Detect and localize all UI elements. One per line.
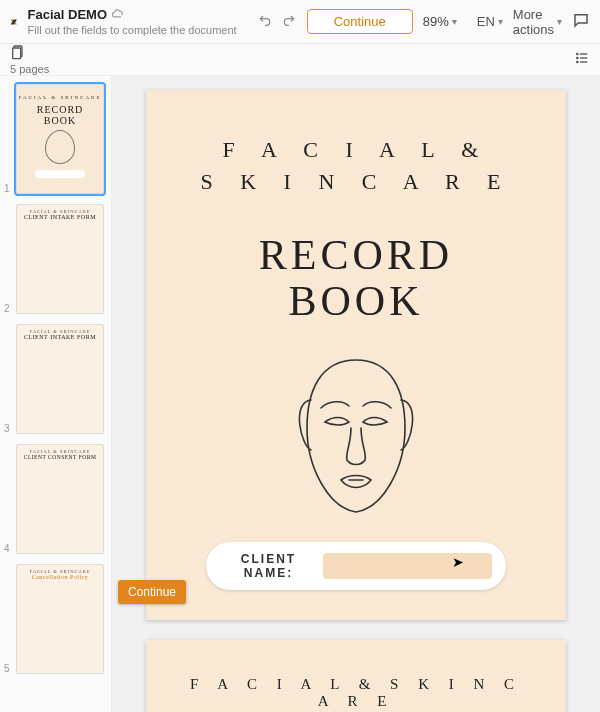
sub-header: 5 pages — [0, 44, 600, 76]
thumbnail-page-2[interactable]: FACIAL & SKINCARE CLIENT INTAKE FORM 2 — [6, 204, 105, 314]
thumb-title: RECORDBOOK — [37, 104, 84, 126]
language-value: EN — [477, 14, 495, 29]
continue-button[interactable]: Continue — [307, 9, 413, 34]
canvas[interactable]: Continue F A C I A L & S K I N C A R E R… — [112, 76, 600, 712]
page2-brand: F A C I A L & S K I N C A R E — [176, 676, 536, 710]
svg-point-8 — [577, 61, 578, 62]
thumb-title: CLIENT INTAKE FORM — [24, 214, 96, 220]
thumb-title: Cancellation Policy — [32, 574, 89, 580]
thumb-name-slot — [35, 170, 85, 178]
more-actions-label: More actions — [513, 7, 554, 37]
main-area: FACIAL & SKINCARE RECORDBOOK 1 FACIAL & … — [0, 76, 600, 712]
client-name-input[interactable] — [323, 553, 492, 579]
thumb-number: 3 — [4, 423, 10, 434]
thumb-number: 4 — [4, 543, 10, 554]
title-line1: RECORD — [259, 232, 453, 278]
document-page-1: F A C I A L & S K I N C A R E RECORD BOO… — [146, 90, 566, 620]
more-actions-dropdown[interactable]: More actions ▾ — [513, 7, 562, 37]
doc-title-block: Facial DEMO Fill out the fields to compl… — [28, 7, 237, 36]
thumbnail-page-5[interactable]: FACIAL & SKINCARE Cancellation Policy 5 — [6, 564, 105, 674]
history-controls — [257, 12, 297, 31]
language-dropdown[interactable]: EN ▾ — [477, 14, 503, 29]
pages-panel-icon[interactable] — [10, 44, 26, 62]
zoom-value: 89% — [423, 14, 449, 29]
doc-title: Facial DEMO — [28, 8, 107, 22]
title-line2: BOOK — [288, 278, 423, 324]
undo-button[interactable] — [257, 12, 273, 31]
chevron-down-icon: ▾ — [498, 16, 503, 27]
thumb-brand: FACIAL & SKINCARE — [19, 95, 102, 100]
outline-panel-icon[interactable] — [574, 50, 590, 69]
brand-line1: F A C I A L & — [223, 137, 490, 162]
brand-line2: S K I N C A R E — [200, 169, 511, 194]
top-header: Facial DEMO Fill out the fields to compl… — [0, 0, 600, 44]
chevron-down-icon: ▾ — [452, 16, 457, 27]
document-page-2: F A C I A L & S K I N C A R E CLIENT INT… — [146, 640, 566, 712]
chat-icon[interactable] — [572, 11, 590, 32]
thumbnail-sidebar[interactable]: FACIAL & SKINCARE RECORDBOOK 1 FACIAL & … — [0, 76, 112, 712]
floating-continue-button[interactable]: Continue — [118, 580, 186, 604]
cover-brand: F A C I A L & S K I N C A R E — [172, 134, 540, 198]
thumbnail-page-1[interactable]: FACIAL & SKINCARE RECORDBOOK 1 — [6, 84, 105, 194]
svg-rect-3 — [13, 48, 21, 59]
thumbnail-page-3[interactable]: FACIAL & SKINCARE CLIENT INTAKE FORM 3 — [6, 324, 105, 434]
thumb-face-illustration — [45, 130, 75, 164]
redo-button[interactable] — [281, 12, 297, 31]
chevron-down-icon: ▾ — [557, 16, 562, 27]
thumbnail-page-4[interactable]: FACIAL & SKINCARE CLIENT CONSENT FORM 4 — [6, 444, 105, 554]
thumb-number: 5 — [4, 663, 10, 674]
doc-subtitle: Fill out the fields to complete the docu… — [28, 24, 237, 36]
thumb-number: 1 — [4, 183, 10, 194]
client-name-row: CLIENT NAME: — [206, 542, 506, 590]
pages-count-label: 5 pages — [10, 64, 49, 75]
zoom-dropdown[interactable]: 89% ▾ — [423, 14, 457, 29]
cover-title: RECORD BOOK — [172, 232, 540, 324]
client-name-label: CLIENT NAME: — [220, 552, 317, 580]
app-logo-icon — [10, 10, 18, 34]
thumb-title: CLIENT CONSENT FORM — [24, 454, 97, 460]
cloud-sync-icon — [111, 7, 125, 24]
thumb-number: 2 — [4, 303, 10, 314]
svg-point-6 — [577, 57, 578, 58]
svg-point-4 — [577, 53, 578, 54]
thumb-title: CLIENT INTAKE FORM — [24, 334, 96, 340]
face-illustration — [172, 350, 540, 524]
